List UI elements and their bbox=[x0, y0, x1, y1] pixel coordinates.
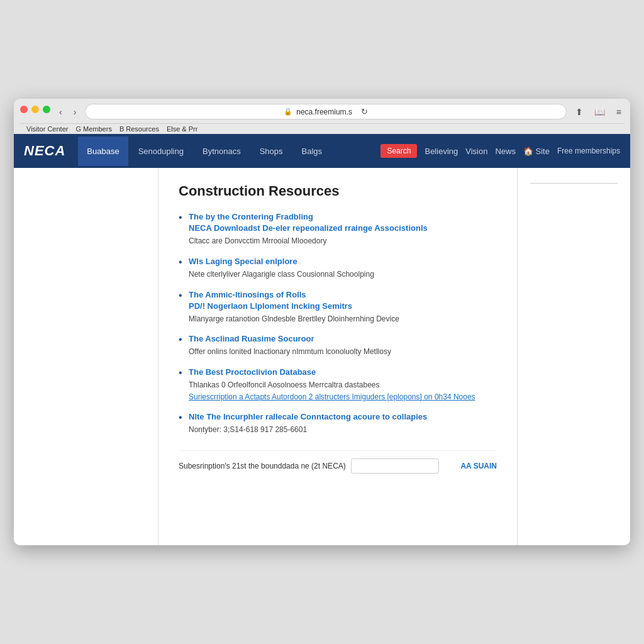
list-item: The Ammic-ltinosings of Rolls PD/! Noger… bbox=[179, 290, 497, 325]
main-content: Construction Resources The by the Cronte… bbox=[158, 168, 517, 545]
browser-window: ‹ › 🔒 neca.freemium.s ↻ ⬆ 📖 ≡ Visitor Ce… bbox=[14, 99, 630, 545]
resource-list: The by the Crontering Fradbling NECA Dow… bbox=[179, 212, 497, 435]
home-icon: 🏠 bbox=[523, 147, 533, 156]
subscription-row: Subesrinption's 21st the bounddada ne (2… bbox=[179, 450, 497, 474]
resource-sublink-2[interactable]: PD/! Nogerlaon Llploment lncking Semitrs bbox=[189, 301, 497, 311]
browser-chrome: ‹ › 🔒 neca.freemium.s ↻ ⬆ 📖 ≡ Visitor Ce… bbox=[14, 99, 630, 134]
aa-submit-button[interactable]: AA SUAIN bbox=[460, 462, 497, 470]
resource-sublink2-4[interactable]: Suriescrription a Actapts Autordoon 2 al… bbox=[189, 392, 475, 401]
menu-button[interactable]: ≡ bbox=[614, 106, 624, 118]
subscription-input[interactable] bbox=[351, 458, 439, 474]
resource-sublink-0[interactable]: NECA Downloadst De-eler repeonalized rra… bbox=[189, 223, 497, 233]
bookmarks-bar: Visitor Center G Members B Resources Els… bbox=[20, 123, 624, 134]
address-bar[interactable]: 🔒 neca.freemium.s ↻ bbox=[85, 104, 566, 119]
nav-vision[interactable]: Vision bbox=[465, 147, 487, 156]
subscription-label: Subesrinption's 21st the bounddada ne (2… bbox=[179, 462, 346, 470]
nav-believing[interactable]: Believing bbox=[425, 147, 458, 156]
address-text: neca.freemium.s bbox=[296, 108, 352, 116]
resource-desc-5: Nontyber: 3;S14-618 917 285-6601 bbox=[189, 425, 307, 434]
neca-navigation: NECA Buabase Senodupling Bytnonacs Shops… bbox=[14, 134, 630, 168]
resource-desc-1: Nete clterlyliver Alagarigle class Cousi… bbox=[189, 270, 374, 279]
resource-link-3[interactable]: The Asclinad Ruasime Socuroor bbox=[189, 334, 497, 343]
resource-desc-0: Cltacc are Donvcctim Mrrooial Mlooedory bbox=[189, 236, 326, 245]
list-item: Wls Laging Special enlplore Nete clterly… bbox=[179, 257, 497, 280]
resource-link-4[interactable]: The Best Proctoclivion Database bbox=[189, 367, 497, 377]
lock-icon: 🔒 bbox=[284, 108, 292, 116]
nav-news[interactable]: News bbox=[495, 147, 516, 156]
page-title: Construction Resources bbox=[179, 183, 497, 199]
forward-button[interactable]: › bbox=[71, 106, 79, 118]
resource-link-5[interactable]: Nlte The Incurphler rallecale Conntacton… bbox=[189, 412, 497, 421]
resource-link-0[interactable]: The by the Crontering Fradbling bbox=[189, 212, 497, 221]
sidebar-left bbox=[14, 168, 158, 545]
resource-desc-2: Mlanyarge ratanotion Glndesble Brertlley… bbox=[189, 314, 399, 323]
back-button[interactable]: ‹ bbox=[57, 106, 65, 118]
nav-item-bytnonacs[interactable]: Bytnonacs bbox=[194, 136, 250, 166]
resource-desc-3: Offer onlins lonited lnactionary nImmtum… bbox=[189, 347, 391, 356]
nav-item-balgs[interactable]: Balgs bbox=[293, 136, 331, 166]
list-item: Nlte The Incurphler rallecale Conntacton… bbox=[179, 412, 497, 435]
nav-item-senodupling[interactable]: Senodupling bbox=[130, 136, 192, 166]
traffic-lights bbox=[20, 106, 50, 113]
nav-right: Search Believing Vision News 🏠 Site Free… bbox=[380, 144, 620, 158]
list-item: The Best Proctoclivion Database Thlankas… bbox=[179, 367, 497, 402]
page-layout: Construction Resources The by the Cronte… bbox=[14, 168, 630, 545]
bookmark-b-resources[interactable]: B Resources bbox=[119, 125, 159, 133]
close-button[interactable] bbox=[20, 106, 28, 113]
sidebar-right bbox=[517, 168, 630, 545]
bookmark-visitor-center[interactable]: Visitor Center bbox=[26, 125, 68, 133]
search-button[interactable]: Search bbox=[380, 144, 417, 158]
resource-link-2[interactable]: The Ammic-ltinosings of Rolls bbox=[189, 290, 497, 299]
neca-logo: NECA bbox=[24, 143, 65, 159]
list-item: The Asclinad Ruasime Socuroor Offer onli… bbox=[179, 334, 497, 357]
resource-desc-4: Thlankas 0 Orfeolfoncil Aosolnoess Merrc… bbox=[189, 380, 380, 389]
nav-site[interactable]: 🏠 Site bbox=[523, 147, 550, 156]
resource-link-1[interactable]: Wls Laging Special enlplore bbox=[189, 257, 497, 266]
login-link[interactable]: Free memberships bbox=[557, 147, 620, 155]
bookmarks-button[interactable]: 📖 bbox=[592, 106, 608, 118]
list-item: The by the Crontering Fradbling NECA Dow… bbox=[179, 212, 497, 247]
bookmark-g-members[interactable]: G Members bbox=[75, 125, 111, 133]
refresh-icon[interactable]: ↻ bbox=[361, 107, 368, 116]
minimize-button[interactable] bbox=[31, 106, 39, 113]
share-button[interactable]: ⬆ bbox=[573, 106, 586, 118]
website-content: NECA Buabase Senodupling Bytnonacs Shops… bbox=[14, 134, 630, 545]
bookmark-else[interactable]: Else & Prr bbox=[167, 125, 198, 133]
maximize-button[interactable] bbox=[43, 106, 50, 113]
nav-item-shops[interactable]: Shops bbox=[251, 136, 292, 166]
nav-item-buabase[interactable]: Buabase bbox=[78, 136, 128, 166]
nav-items: Buabase Senodupling Bytnonacs Shops Balg… bbox=[78, 136, 380, 166]
